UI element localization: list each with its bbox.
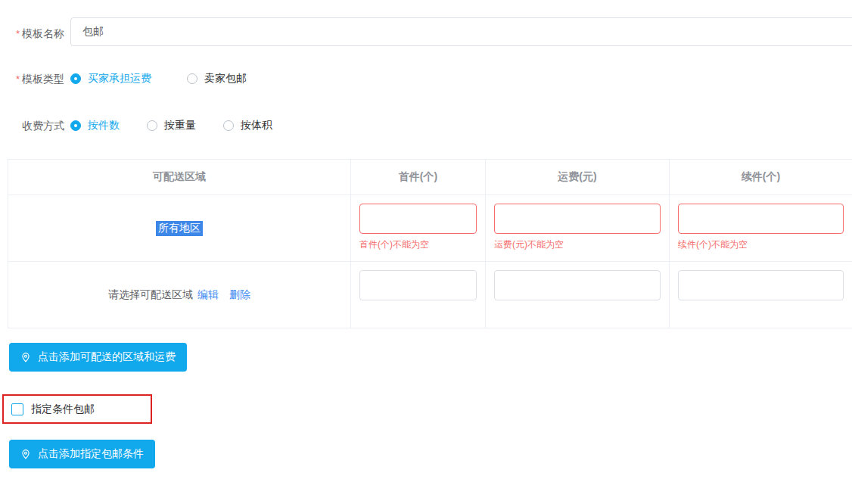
charge-method-radio-group: 按件数 按重量 按体积 (70, 119, 272, 132)
radio-by-quantity[interactable]: 按件数 (70, 119, 120, 132)
table-cell-freight: 运费(元)不能为空 (486, 195, 670, 262)
table-cell-first-item (351, 262, 486, 328)
shipping-template-form: *模板名称 *模板类型 买家承担运费 卖家包邮 收费方式 按件数 按重量 按体积… (0, 0, 852, 504)
all-regions-link[interactable]: 所有地区 (156, 221, 203, 236)
radio-selected-icon (70, 73, 81, 84)
template-name-label-text: 模板名称 (22, 27, 64, 39)
radio-label: 买家承担运费 (88, 72, 151, 86)
required-asterisk: * (16, 73, 20, 85)
additional-item-input[interactable] (678, 204, 844, 234)
add-free-shipping-condition-button[interactable]: 点击添加指定包邮条件 (9, 440, 155, 468)
add-region-freight-label: 点击添加可配送的区域和运费 (38, 350, 176, 364)
charge-method-label-text: 收费方式 (22, 120, 64, 132)
column-header-freight: 运费(元) (486, 160, 670, 195)
table-cell-freight (486, 262, 670, 328)
template-name-label: *模板名称 (0, 27, 64, 40)
freight-input[interactable] (494, 204, 661, 234)
column-header-first-item: 首件(个) (351, 160, 486, 195)
select-region-text: 请选择可配送区域 (108, 288, 193, 302)
table-cell-first-item: 首件(个)不能为空 (351, 195, 486, 262)
radio-buyer-pays-shipping[interactable]: 买家承担运费 (70, 72, 151, 86)
radio-label: 按体积 (241, 119, 272, 132)
first-item-input[interactable] (359, 270, 477, 300)
column-header-region: 可配送区域 (8, 160, 351, 195)
conditional-free-shipping-label: 指定条件包邮 (31, 403, 95, 416)
add-region-freight-button[interactable]: 点击添加可配送的区域和运费 (9, 343, 187, 372)
freight-table: 可配送区域 首件(个) 运费(元) 续件(个) 所有地区 首件(个)不能为空 运… (8, 159, 852, 328)
radio-unselected-icon (223, 120, 234, 131)
freight-error-message: 运费(元)不能为空 (494, 239, 661, 250)
template-type-radio-group: 买家承担运费 卖家包邮 (70, 72, 247, 86)
radio-label: 按件数 (88, 119, 120, 132)
radio-seller-free-shipping[interactable]: 卖家包邮 (187, 72, 247, 86)
required-asterisk: * (16, 28, 20, 39)
template-name-input[interactable] (70, 17, 852, 46)
template-type-label: *模板类型 (0, 73, 64, 86)
location-pin-icon (20, 352, 31, 363)
template-type-label-text: 模板类型 (22, 73, 64, 85)
delete-region-link[interactable]: 删除 (229, 288, 250, 302)
radio-unselected-icon (147, 120, 157, 131)
table-row-region-cell: 所有地区 (8, 195, 351, 262)
table-row-region-cell: 请选择可配送区域 编辑 删除 (8, 262, 351, 328)
additional-item-input[interactable] (678, 270, 844, 300)
charge-method-label: 收费方式 (0, 120, 64, 132)
conditional-free-shipping-box: 指定条件包邮 (2, 394, 152, 424)
table-cell-additional-item (670, 262, 852, 328)
table-cell-additional-item: 续件(个)不能为空 (670, 195, 852, 262)
freight-input[interactable] (494, 270, 661, 300)
additional-item-error-message: 续件(个)不能为空 (678, 239, 844, 250)
radio-label: 按重量 (164, 119, 196, 132)
first-item-input[interactable] (359, 204, 477, 234)
column-header-additional-item: 续件(个) (670, 160, 852, 195)
edit-region-link[interactable]: 编辑 (197, 288, 219, 302)
radio-label: 卖家包邮 (204, 72, 247, 86)
location-pin-icon (20, 449, 31, 460)
radio-by-volume[interactable]: 按体积 (223, 119, 272, 132)
first-item-error-message: 首件(个)不能为空 (359, 239, 477, 250)
radio-by-weight[interactable]: 按重量 (147, 119, 196, 132)
add-free-shipping-condition-label: 点击添加指定包邮条件 (38, 447, 144, 461)
conditional-free-shipping-checkbox[interactable] (11, 403, 23, 415)
radio-unselected-icon (187, 73, 197, 84)
radio-selected-icon (70, 120, 81, 131)
